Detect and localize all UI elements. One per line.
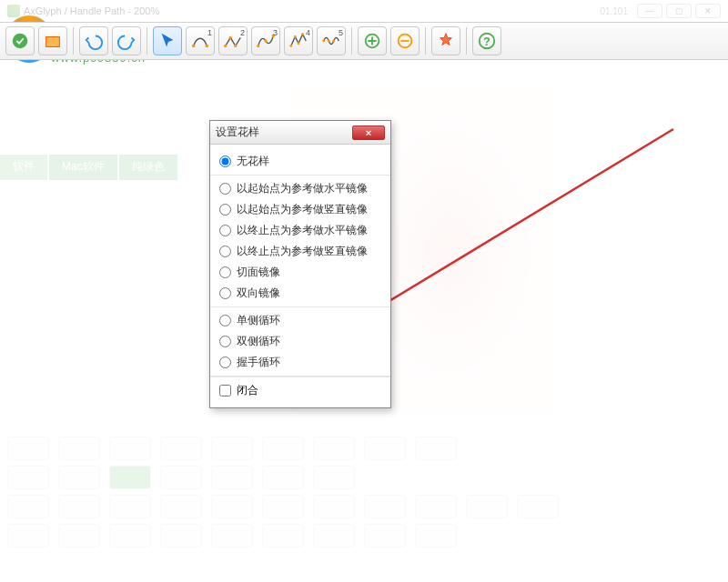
svg-point-15	[328, 40, 330, 43]
path-2-icon[interactable]: 2	[218, 26, 248, 55]
svg-point-0	[13, 34, 28, 49]
add-node-icon[interactable]	[358, 26, 387, 55]
svg-point-5	[229, 36, 232, 39]
svg-point-6	[234, 45, 237, 47]
radio-input[interactable]	[219, 336, 231, 347]
radio-label: 切面镜像	[237, 265, 381, 280]
toolbar-separator	[466, 27, 467, 55]
toolbar-separator	[73, 27, 74, 55]
svg-point-13	[301, 33, 304, 35]
option-group-3: 单侧循环 双侧循环 握手循环	[210, 307, 390, 376]
radio-row[interactable]: 双向镜像	[210, 283, 390, 304]
radio-row[interactable]: 以终止点为参考做水平镜像	[210, 220, 390, 241]
dialog-title: 设置花样	[216, 125, 352, 140]
radio-label: 双侧循环	[237, 334, 381, 349]
path-3-icon[interactable]: 3	[251, 26, 280, 55]
path-1-icon[interactable]: 1	[186, 26, 215, 55]
path-5-icon[interactable]: 5	[317, 26, 346, 55]
svg-point-12	[298, 42, 300, 45]
radio-row[interactable]: 双侧循环	[210, 331, 390, 352]
dialog-close-button[interactable]: ×	[352, 125, 385, 140]
checkbox-label: 闭合	[237, 383, 258, 398]
maximize-button[interactable]: ▢	[666, 4, 692, 18]
radio-row[interactable]: 以终止点为参考做竖直镜像	[210, 241, 390, 262]
radio-none[interactable]	[219, 156, 231, 167]
checkbox-row-close[interactable]: 闭合	[210, 376, 390, 404]
radio-input[interactable]	[219, 204, 231, 216]
radio-input[interactable]	[219, 287, 231, 299]
close-window-button[interactable]: ✕	[695, 4, 721, 18]
dialog-body: 无花样 以起始点为参考做水平镜像 以起始点为参考做竖直镜像 以终止点为参考做水平…	[210, 145, 390, 407]
version-label: 01.101	[600, 6, 628, 16]
bg-tab: 软件	[0, 155, 47, 180]
pointer-icon[interactable]	[153, 26, 182, 55]
radio-input[interactable]	[219, 246, 231, 257]
radio-label: 以起始点为参考做水平镜像	[237, 181, 381, 196]
radio-label: 握手循环	[237, 355, 381, 370]
bg-tabs: 软件 Mac软件 纯绿色	[0, 155, 179, 180]
redo-icon[interactable]	[112, 26, 141, 55]
toolbar-separator	[147, 27, 147, 55]
bottom-toolbox	[4, 431, 724, 577]
radio-row[interactable]: 以起始点为参考做竖直镜像	[210, 199, 390, 220]
svg-rect-1	[46, 36, 60, 46]
radio-row[interactable]: 以起始点为参考做水平镜像	[210, 178, 390, 199]
svg-text:?: ?	[483, 35, 490, 48]
toolbar-separator	[425, 27, 426, 55]
radio-row[interactable]: 切面镜像	[210, 262, 390, 283]
toolbar-separator	[351, 27, 352, 55]
svg-point-4	[224, 45, 227, 47]
help-icon[interactable]: ?	[472, 26, 501, 55]
radio-label: 单侧循环	[237, 313, 381, 328]
radio-row[interactable]: 单侧循环	[210, 310, 390, 331]
radio-input[interactable]	[219, 225, 231, 236]
svg-point-7	[257, 45, 259, 47]
svg-point-2	[192, 45, 196, 48]
svg-point-16	[332, 40, 335, 43]
dialog-titlebar[interactable]: 设置花样 ×	[210, 121, 390, 145]
bg-tab: 纯绿色	[119, 155, 177, 180]
svg-point-8	[264, 39, 267, 42]
radio-label: 无花样	[237, 154, 381, 169]
option-group-2: 以起始点为参考做水平镜像 以起始点为参考做竖直镜像 以终止点为参考做水平镜像 以…	[210, 176, 390, 307]
radio-row[interactable]: 握手循环	[210, 352, 390, 373]
app-icon[interactable]	[5, 26, 35, 55]
radio-input[interactable]	[219, 356, 231, 368]
radio-input[interactable]	[219, 183, 231, 195]
pattern-settings-dialog: 设置花样 × 无花样 以起始点为参考做水平镜像 以起始点为参考做竖直镜像 以终止…	[209, 120, 391, 408]
star-icon[interactable]	[431, 26, 460, 55]
radio-row-none[interactable]: 无花样	[210, 151, 390, 172]
radio-input[interactable]	[219, 315, 231, 326]
radio-label: 以起始点为参考做竖直镜像	[237, 202, 381, 217]
radio-label: 双向镜像	[237, 286, 381, 301]
path-4-icon[interactable]: 4	[284, 26, 313, 55]
svg-point-11	[294, 35, 297, 38]
open-icon[interactable]	[38, 26, 67, 55]
remove-node-icon[interactable]	[390, 26, 420, 55]
bg-tab: Mac软件	[49, 155, 117, 180]
radio-label: 以终止点为参考做竖直镜像	[237, 244, 381, 259]
main-toolbar: 1 2 3 4 5 ?	[0, 22, 728, 60]
option-group-1: 无花样	[210, 148, 390, 176]
svg-point-10	[289, 45, 292, 47]
radio-label: 以终止点为参考做水平镜像	[237, 223, 381, 238]
svg-point-14	[322, 40, 325, 43]
minimize-button[interactable]: —	[637, 4, 662, 18]
radio-input[interactable]	[219, 266, 231, 278]
closed-checkbox[interactable]	[219, 385, 231, 396]
svg-point-3	[206, 45, 209, 48]
undo-icon[interactable]	[79, 26, 108, 55]
